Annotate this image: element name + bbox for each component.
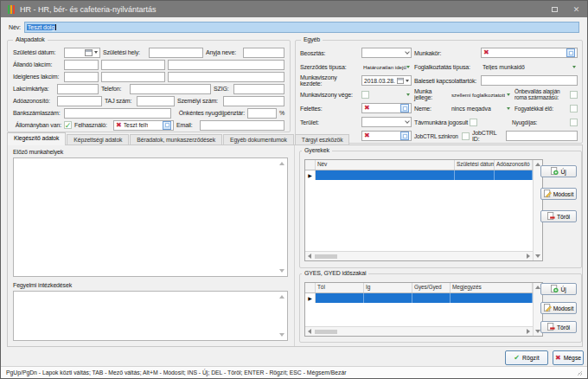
column-header-nev[interactable]: Név [316, 160, 455, 170]
titlebar: HR - HR, bér- és cafeteria-nyilvántartás… [1, 1, 587, 17]
resize-grip[interactable] [577, 370, 582, 376]
scroll-down-icon[interactable] [279, 269, 284, 273]
szerzodes-tipusa-dropdown[interactable]: Határozatlan idejű [361, 61, 412, 72]
scrollbar-thumb[interactable] [315, 254, 337, 259]
tavmunkara-checkbox[interactable] [470, 119, 477, 126]
szervezeti-egyseg-lookup-field[interactable]: ✖ [361, 131, 412, 141]
allomanyban-van-checkbox[interactable]: ✓ [64, 121, 72, 129]
scroll-down-icon[interactable] [535, 254, 540, 258]
neme-dropdown[interactable]: nincs megadva [450, 103, 512, 113]
munkaviszony-kezdete-label: Munkaviszony kezdete: [300, 74, 359, 87]
lookup-icon[interactable] [566, 48, 575, 57]
munkakor-label: Munkakör: [414, 50, 478, 56]
anyja-neve-field[interactable] [243, 48, 284, 58]
tavmunkara-label: Távmunkára jogosult [414, 119, 468, 125]
beosztas-combo[interactable] [361, 48, 412, 58]
edit-icon [544, 190, 552, 198]
munkakor-lookup-field[interactable]: ✖ [481, 48, 578, 58]
grid-gyes-gyed[interactable]: Tól Ig Gyes/Gyed Megjegyzés ▶ [304, 282, 543, 337]
roma-checkbox[interactable] [570, 91, 578, 99]
horizontal-scrollbar[interactable] [305, 326, 533, 336]
terulet-combo[interactable] [361, 117, 412, 127]
szuletesi-hely-field[interactable] [149, 48, 203, 58]
munkaviszony-vege-dropdown[interactable] [371, 89, 412, 100]
maximize-button[interactable] [544, 1, 566, 17]
clear-icon[interactable]: ✖ [116, 122, 122, 129]
lookup-icon[interactable] [400, 104, 409, 112]
email-field[interactable] [200, 120, 284, 131]
column-header-ig[interactable]: Ig [364, 283, 412, 292]
gyes-modosit-button[interactable]: Módosít [540, 302, 577, 314]
gyerekek-uj-button[interactable]: Új [540, 165, 577, 177]
adoazonosito-field[interactable] [57, 96, 102, 106]
window-title: HR - HR, bér- és cafeteria-nyilvántartás [20, 5, 157, 14]
scroll-up-icon[interactable] [279, 295, 284, 299]
column-header-tol[interactable]: Tól [316, 283, 364, 292]
column-header-adoazonosito[interactable]: Adóazonosító [495, 160, 533, 170]
szig-field[interactable] [233, 84, 284, 94]
left-panel: Előző munkahelyek Fegyelmi intézkedések [8, 145, 295, 346]
telefon-field[interactable] [130, 84, 211, 94]
grid-gyerekek[interactable]: Név Születési dátum Adóazonosító ▶ [304, 159, 543, 261]
gyerekek-modosit-button[interactable]: Módosít [540, 188, 577, 200]
munka-jellege-dropdown[interactable]: szellemi foglalkoztatott [450, 89, 512, 100]
gyes-torol-button[interactable]: Töröl [540, 321, 577, 333]
selected-row[interactable]: ▶ [305, 293, 533, 303]
jobctrl-id-field[interactable] [506, 131, 578, 141]
scroll-left-icon[interactable] [308, 329, 311, 334]
scroll-left-icon[interactable] [308, 254, 311, 259]
szuletesi-datum-field[interactable] [64, 48, 100, 58]
column-header-gyes-gyed[interactable]: Gyes/Gyed [412, 283, 451, 292]
group-egyeb-legend: Egyéb [301, 36, 323, 42]
onkentes-nyugdijpenztar-field[interactable] [247, 108, 277, 119]
horizontal-scrollbar[interactable] [305, 251, 533, 260]
szig-label: SZIG: [214, 86, 231, 92]
scroll-down-icon[interactable] [279, 333, 284, 337]
scrollbar-thumb[interactable] [315, 330, 337, 334]
dropdown-icon [94, 51, 98, 54]
statusbar: PgUp/PgDn - Lapok közti váltás; TAB - Me… [1, 366, 587, 378]
felettes-lookup-field[interactable]: ✖ [361, 103, 412, 113]
allando-lakcim-field-1[interactable] [64, 60, 99, 70]
close-button[interactable]: ✕ [566, 1, 587, 17]
lakcimkartya-field[interactable] [57, 84, 99, 94]
fogyatekkal-elo-checkbox[interactable] [570, 105, 578, 112]
clear-icon[interactable]: ✖ [364, 105, 370, 112]
column-header-megjegyzes[interactable]: Megjegyzés [451, 283, 533, 292]
column-header-szuletesi-datum[interactable]: Születési dátum [455, 160, 495, 170]
fegyelmi-textarea[interactable] [13, 291, 288, 341]
rogzit-button[interactable]: ✔ Rögzít [505, 350, 548, 365]
bankszamlaszam-field[interactable] [64, 108, 171, 119]
foglalkoztatas-tipusa-dropdown[interactable]: Teljes munkaidő [481, 61, 578, 72]
clear-icon[interactable]: ✖ [483, 49, 489, 56]
allando-lakcim-field-2[interactable] [101, 60, 165, 70]
scroll-up-icon[interactable] [279, 162, 284, 165]
gyerekek-torol-button[interactable]: Töröl [540, 210, 577, 222]
baleseti-field[interactable] [481, 75, 578, 86]
munkaviszony-kezdete-field[interactable]: 2018.03.28. [361, 75, 412, 86]
email-label: Email: [176, 122, 197, 128]
selected-row[interactable]: ▶ [305, 170, 533, 180]
ideiglenes-lakcim-field-3[interactable] [168, 72, 284, 82]
elozo-munkahelyek-textarea[interactable] [13, 157, 288, 277]
nyugdijas-checkbox[interactable] [570, 119, 578, 126]
lookup-icon[interactable] [163, 121, 171, 130]
clear-icon[interactable]: ✖ [364, 132, 370, 139]
munka-jellege-label: Munka jellege: [414, 88, 447, 100]
munkaviszony-vege-checkbox[interactable] [361, 91, 369, 99]
ideiglenes-lakcim-field-2[interactable] [101, 72, 165, 82]
lookup-icon[interactable] [400, 132, 409, 140]
scroll-right-icon[interactable] [527, 329, 530, 334]
allando-lakcim-field-3[interactable] [168, 60, 284, 70]
jobctrl-szinkron-checkbox[interactable] [462, 132, 470, 140]
taj-szam-field[interactable] [137, 96, 175, 106]
app-icon [8, 5, 15, 14]
nev-input[interactable]: Teszt dolg [24, 22, 579, 33]
tab-kiegeszito-adatok[interactable]: Kiegészítő adatok [7, 132, 66, 145]
felhasznalo-lookup-field[interactable]: ✖ Teszt felh [113, 120, 174, 131]
gyes-uj-button[interactable]: Új [540, 283, 577, 295]
scroll-right-icon[interactable] [527, 254, 530, 259]
ideiglenes-lakcim-field-1[interactable] [64, 72, 99, 82]
megse-button[interactable]: ✖ Mégse [553, 350, 584, 365]
szemelyi-szam-field[interactable] [223, 96, 284, 106]
